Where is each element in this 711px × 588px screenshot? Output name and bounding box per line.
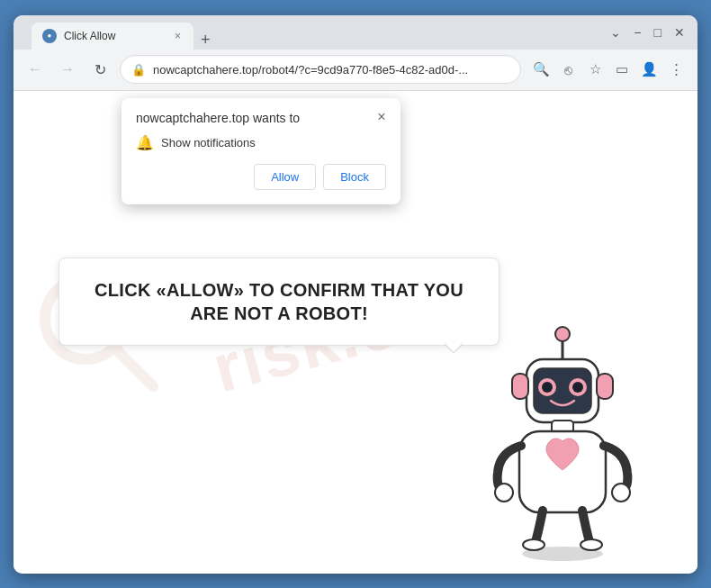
svg-point-9 bbox=[542, 382, 553, 393]
window-controls: ⌄ − □ ✕ bbox=[610, 25, 685, 40]
robot-illustration bbox=[464, 312, 662, 565]
bell-icon: 🔔 bbox=[136, 134, 154, 151]
url-text: nowcaptchahere.top/robot4/?c=9cd9a770-f8… bbox=[153, 63, 509, 77]
notification-popup: × nowcaptchahere.top wants to 🔔 Show not… bbox=[122, 98, 400, 204]
profile-icon[interactable]: 👤 bbox=[636, 57, 662, 82]
menu-icon[interactable]: ⋮ bbox=[663, 57, 688, 82]
navigation-bar: ← → ↻ 🔒 nowcaptchahere.top/robot4/?c=9cd… bbox=[14, 50, 698, 91]
new-tab-button[interactable]: + bbox=[194, 31, 218, 50]
block-button[interactable]: Block bbox=[323, 164, 386, 190]
page-content: risk.com × nowcaptchahere.top wants to 🔔… bbox=[14, 91, 698, 574]
popup-notification-row: 🔔 Show notifications bbox=[136, 134, 386, 151]
tab-title: Click Allow bbox=[64, 30, 166, 42]
title-bar: ● Click Allow × + ⌄ − □ ✕ bbox=[14, 15, 698, 50]
refresh-button[interactable]: ↻ bbox=[87, 57, 112, 82]
chevron-icon[interactable]: ⌄ bbox=[610, 25, 621, 40]
back-button[interactable]: ← bbox=[22, 57, 48, 82]
svg-point-16 bbox=[612, 484, 630, 502]
close-button[interactable]: ✕ bbox=[674, 25, 685, 40]
svg-rect-12 bbox=[597, 374, 613, 399]
browser-tab[interactable]: ● Click Allow × bbox=[32, 23, 194, 50]
maximize-button[interactable]: □ bbox=[654, 25, 662, 40]
svg-line-1 bbox=[115, 348, 153, 386]
svg-point-18 bbox=[580, 539, 602, 550]
lock-icon: 🔒 bbox=[131, 63, 146, 77]
svg-rect-11 bbox=[512, 374, 528, 399]
tab-close-button[interactable]: × bbox=[173, 28, 183, 44]
popup-row-text: Show notifications bbox=[161, 136, 256, 149]
popup-buttons: Allow Block bbox=[136, 164, 386, 190]
browser-window: ● Click Allow × + ⌄ − □ ✕ ← → ↻ 🔒 nowcap… bbox=[14, 15, 698, 574]
minimize-button[interactable]: − bbox=[634, 25, 641, 40]
page-message: CLICK «ALLOW» TO CONFIRM THAT YOU ARE NO… bbox=[77, 278, 481, 325]
svg-point-17 bbox=[523, 539, 544, 550]
browser-toolbar-icons: 🔍 ⎋ ☆ ▭ 👤 ⋮ bbox=[528, 57, 688, 82]
search-icon[interactable]: 🔍 bbox=[528, 57, 554, 82]
svg-point-4 bbox=[555, 327, 570, 341]
robot-svg bbox=[464, 312, 662, 565]
tab-area: ● Click Allow × + bbox=[24, 15, 218, 50]
svg-point-10 bbox=[572, 382, 583, 393]
popup-title: nowcaptchahere.top wants to bbox=[136, 111, 386, 125]
page-message-line2: ARE NOT A ROBOT! bbox=[190, 303, 368, 323]
svg-point-15 bbox=[495, 484, 513, 502]
page-message-line1: CLICK «ALLOW» TO CONFIRM THAT YOU bbox=[94, 280, 464, 300]
bookmark-icon[interactable]: ☆ bbox=[582, 57, 608, 82]
popup-close-button[interactable]: × bbox=[372, 107, 392, 127]
allow-button[interactable]: Allow bbox=[254, 164, 316, 190]
tab-favicon: ● bbox=[42, 29, 57, 43]
speech-bubble: CLICK «ALLOW» TO CONFIRM THAT YOU ARE NO… bbox=[58, 258, 500, 346]
address-bar[interactable]: 🔒 nowcaptchahere.top/robot4/?c=9cd9a770-… bbox=[120, 55, 521, 84]
sidebar-icon[interactable]: ▭ bbox=[609, 57, 634, 82]
share-icon[interactable]: ⎋ bbox=[555, 57, 580, 82]
forward-button[interactable]: → bbox=[55, 57, 80, 82]
